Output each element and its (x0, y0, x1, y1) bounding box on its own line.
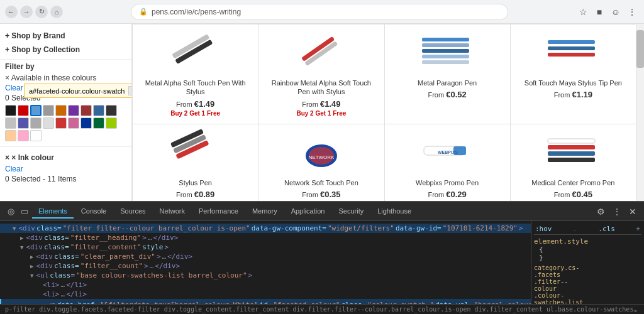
swatch-darkgrey[interactable] (106, 105, 117, 116)
back-button[interactable]: ← (5, 6, 18, 18)
extension-button[interactable]: ■ (592, 5, 606, 19)
tooltip-text: a#faceted-colour.colour-swatch (29, 87, 125, 95)
swatch-pink[interactable] (18, 130, 29, 141)
swatch-blue[interactable] (30, 105, 42, 116)
svg-rect-11 (548, 53, 595, 57)
svg-rect-7 (422, 55, 469, 58)
swatch-deepblue[interactable] (80, 117, 92, 129)
refresh-button[interactable]: ↻ (35, 6, 48, 18)
swatch-midblue[interactable] (18, 117, 29, 129)
product-name-7: Webpixs Promo Pen (416, 178, 479, 187)
devtools-close-button[interactable]: ✕ (626, 205, 639, 218)
swatch-white[interactable] (30, 130, 42, 141)
color-tooltip: a#faceted-colour.colour-swatch 20 × 20 (24, 84, 132, 98)
devtools-mobile-button[interactable]: ▭ (18, 205, 31, 217)
swatch-green[interactable] (93, 117, 104, 129)
address-bar[interactable]: 🔒 pens.com/ie/c/pens-writing (131, 4, 508, 20)
devtools-tab-security[interactable]: Security (332, 205, 370, 219)
svg-rect-22 (548, 145, 595, 149)
home-button[interactable]: ⌂ (50, 6, 63, 18)
product-name-8: Medical Center Promo Pen (531, 178, 614, 187)
html-line-7[interactable]: <li>…</li> (0, 280, 531, 290)
devtools-tab-application[interactable]: Application (285, 205, 331, 219)
devtools-body: ▼ <div class="filter filter--colour barr… (0, 221, 644, 304)
html-line-1[interactable]: ▼ <div class="filter filter--colour barr… (0, 224, 531, 233)
swatch-crimson[interactable] (55, 117, 67, 129)
styles-plus[interactable]: + (636, 225, 640, 233)
product-offer-1: Buy 2 Get 1 Free (170, 110, 220, 117)
product-name-4: Soft Touch Maya Stylus Tip Pen (525, 78, 622, 87)
html-line-8[interactable]: <li>…</li> (0, 290, 531, 299)
product-image-4 (545, 31, 601, 75)
profile-button[interactable]: ☺ (609, 5, 623, 19)
devtools-tab-memory[interactable]: Memory (246, 205, 284, 219)
ink-section: × Ink colour Clear 0 Selected - 11 Items (0, 146, 131, 183)
triangle-2[interactable]: ▶ (20, 235, 23, 241)
scroll-thumb[interactable] (636, 30, 644, 68)
swatch-peach[interactable] (5, 130, 16, 141)
devtools-toolbar: ◎ ▭ Elements Console Sources Network Per… (0, 202, 644, 221)
devtools-tab-sources[interactable]: Sources (114, 205, 152, 219)
product-card-1[interactable]: Metal Alpha Soft Touch Pen With Stylus F… (133, 24, 258, 124)
devtools-tab-console[interactable]: Console (75, 205, 113, 219)
swatch-vlgrey[interactable] (43, 117, 54, 129)
product-name-1: Metal Alpha Soft Touch Pen With Stylus (139, 78, 252, 97)
html-line-5[interactable]: ▶ <div class="filter__count">…</div> (0, 261, 531, 271)
product-name-5: Stylus Pen (179, 178, 212, 187)
swatch-red[interactable] (18, 105, 29, 116)
devtools-tab-elements[interactable]: Elements (32, 205, 74, 219)
swatch-darkred[interactable] (80, 105, 92, 116)
html-line-9[interactable]: ▼ <a data-href="&filterdata=true&barrel_… (0, 299, 531, 304)
devtools-more-button[interactable]: ⋮ (610, 205, 624, 218)
styles-hov[interactable]: :hov (535, 225, 552, 233)
devtools-inspect-button[interactable]: ◎ (5, 205, 17, 217)
styles-cls[interactable]: .cls (598, 225, 615, 233)
devtools-tab-lighthouse[interactable]: Lighthouse (371, 205, 418, 219)
swatch-purple[interactable] (68, 105, 79, 116)
triangle-3[interactable]: ▼ (20, 244, 23, 251)
swatch-grey1[interactable] (43, 105, 54, 116)
devtools-settings-button[interactable]: ⚙ (594, 205, 608, 218)
svg-rect-5 (422, 43, 469, 47)
product-price-3: From €0.52 (428, 90, 466, 99)
url-text: pens.com/ie/c/pens-writing (152, 8, 241, 16)
html-line-4[interactable]: ▶ <div class="clear_parent_div">…</div> (0, 252, 531, 261)
menu-button[interactable]: ⋮ (625, 5, 639, 19)
devtools-tab-network[interactable]: Network (153, 205, 191, 219)
html-line-2[interactable]: ▶ <div class="filter__heading">…</div> (0, 233, 531, 242)
html-line-6[interactable]: ▼ <ul class="base colour-swatches-list b… (0, 271, 531, 280)
swatch-rose[interactable] (68, 117, 79, 129)
swatch-lime[interactable] (106, 117, 117, 129)
product-image-1 (167, 31, 224, 75)
styles-category-rule: category.cs-.facets.filter--colour.colou… (534, 264, 641, 304)
swatch-black[interactable] (5, 105, 16, 116)
swatch-orange[interactable] (55, 105, 67, 116)
product-image-7: WEBPIXS (419, 131, 475, 175)
product-card-3[interactable]: Metal Paragon Pen From €0.52 (385, 24, 511, 124)
product-card-2[interactable]: Rainbow Metal Alpha Soft Touch Pen with … (258, 24, 384, 124)
triangle-6[interactable]: ▼ (30, 273, 33, 279)
triangle-5[interactable]: ▶ (30, 263, 33, 269)
svg-rect-21 (548, 139, 595, 143)
swatch-lightgrey[interactable] (30, 117, 42, 129)
product-name-6: Network Soft Touch Pen (284, 178, 358, 187)
product-price-2: From €1.49 (302, 99, 340, 109)
devtools-tab-performance[interactable]: Performance (192, 205, 245, 219)
shop-by-brand[interactable]: + Shop by Brand (0, 29, 131, 43)
forward-button[interactable]: → (20, 6, 33, 18)
ink-selected-count: 0 Selected - 11 Items (5, 175, 126, 183)
html-line-3[interactable]: ▼ <div class="filter__content" style> (0, 242, 531, 252)
devtools-panel: ◎ ▭ Elements Console Sources Network Per… (0, 201, 644, 314)
swatch-silver[interactable] (5, 117, 16, 129)
shop-by-collection[interactable]: + Shop by Collection (0, 43, 131, 57)
swatch-navy[interactable] (93, 105, 104, 116)
styles-header: :hov . .cls + (534, 224, 641, 235)
triangle-4[interactable]: ▶ (30, 254, 33, 260)
filter-by-label: Filter by (5, 62, 126, 71)
star-button[interactable]: ☆ (576, 5, 590, 19)
ink-clear-link[interactable]: Clear (5, 165, 126, 173)
divider (0, 59, 131, 60)
triangle-1[interactable]: ▼ (13, 225, 16, 232)
product-card-4[interactable]: Soft Touch Maya Stylus Tip Pen From €1.1… (511, 24, 636, 124)
available-colours-label: × Available in these colours (5, 73, 126, 82)
